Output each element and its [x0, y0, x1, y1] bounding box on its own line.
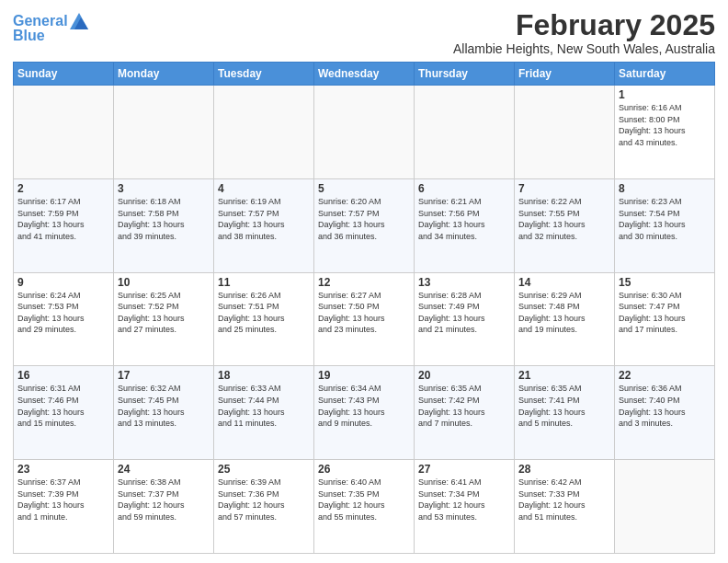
cell-4-2: 25Sunrise: 6:39 AM Sunset: 7:36 PM Dayli… [214, 460, 314, 554]
day-number: 8 [619, 182, 711, 195]
col-thursday: Thursday [415, 63, 515, 86]
page: General Blue February 2025 Allambie Heig… [0, 0, 728, 563]
day-number: 19 [318, 369, 410, 382]
day-info: Sunrise: 6:23 AM Sunset: 7:54 PM Dayligh… [619, 196, 711, 242]
day-number: 21 [518, 369, 610, 382]
logo-icon [70, 13, 88, 29]
day-number: 12 [318, 276, 410, 289]
location: Allambie Heights, New South Wales, Austr… [453, 41, 715, 56]
cell-1-1: 3Sunrise: 6:18 AM Sunset: 7:58 PM Daylig… [114, 178, 214, 272]
cell-0-3 [314, 86, 415, 179]
day-info: Sunrise: 6:31 AM Sunset: 7:46 PM Dayligh… [17, 383, 109, 429]
header: General Blue February 2025 Allambie Heig… [13, 9, 715, 56]
day-number: 2 [17, 182, 109, 195]
cell-3-0: 16Sunrise: 6:31 AM Sunset: 7:46 PM Dayli… [14, 366, 114, 460]
col-friday: Friday [515, 63, 615, 86]
cell-0-4 [415, 86, 515, 179]
cell-3-3: 19Sunrise: 6:34 AM Sunset: 7:43 PM Dayli… [314, 366, 415, 460]
cell-3-5: 21Sunrise: 6:35 AM Sunset: 7:41 PM Dayli… [515, 366, 615, 460]
cell-0-5 [515, 86, 615, 179]
col-saturday: Saturday [615, 63, 715, 86]
day-number: 14 [518, 276, 610, 289]
cell-1-0: 2Sunrise: 6:17 AM Sunset: 7:59 PM Daylig… [14, 178, 114, 272]
day-info: Sunrise: 6:24 AM Sunset: 7:53 PM Dayligh… [17, 290, 109, 336]
cell-2-5: 14Sunrise: 6:29 AM Sunset: 7:48 PM Dayli… [515, 272, 615, 366]
cell-2-0: 9Sunrise: 6:24 AM Sunset: 7:53 PM Daylig… [14, 272, 114, 366]
cell-3-4: 20Sunrise: 6:35 AM Sunset: 7:42 PM Dayli… [415, 366, 515, 460]
day-info: Sunrise: 6:26 AM Sunset: 7:51 PM Dayligh… [218, 290, 310, 336]
title-block: February 2025 Allambie Heights, New Sout… [453, 9, 715, 56]
header-row: Sunday Monday Tuesday Wednesday Thursday… [14, 63, 715, 86]
cell-1-5: 7Sunrise: 6:22 AM Sunset: 7:55 PM Daylig… [515, 178, 615, 272]
cell-4-3: 26Sunrise: 6:40 AM Sunset: 7:35 PM Dayli… [314, 460, 415, 554]
day-number: 15 [619, 276, 711, 289]
day-number: 16 [17, 369, 109, 382]
cell-2-4: 13Sunrise: 6:28 AM Sunset: 7:49 PM Dayli… [415, 272, 515, 366]
week-row-2: 9Sunrise: 6:24 AM Sunset: 7:53 PM Daylig… [14, 272, 715, 366]
day-number: 5 [318, 182, 410, 195]
cell-4-6 [615, 460, 715, 554]
cell-0-0 [14, 86, 114, 179]
day-number: 20 [418, 369, 510, 382]
day-number: 9 [17, 276, 109, 289]
logo-blue: Blue [13, 28, 88, 44]
cell-3-6: 22Sunrise: 6:36 AM Sunset: 7:40 PM Dayli… [615, 366, 715, 460]
day-number: 22 [619, 369, 711, 382]
week-row-3: 16Sunrise: 6:31 AM Sunset: 7:46 PM Dayli… [14, 366, 715, 460]
col-tuesday: Tuesday [214, 63, 314, 86]
day-info: Sunrise: 6:34 AM Sunset: 7:43 PM Dayligh… [318, 383, 410, 429]
col-monday: Monday [114, 63, 214, 86]
day-info: Sunrise: 6:16 AM Sunset: 8:00 PM Dayligh… [619, 102, 711, 148]
day-info: Sunrise: 6:35 AM Sunset: 7:42 PM Dayligh… [418, 383, 510, 429]
day-number: 7 [518, 182, 610, 195]
day-number: 13 [418, 276, 510, 289]
calendar: Sunday Monday Tuesday Wednesday Thursday… [13, 62, 715, 554]
day-number: 28 [518, 463, 610, 476]
day-info: Sunrise: 6:35 AM Sunset: 7:41 PM Dayligh… [518, 383, 610, 429]
day-info: Sunrise: 6:29 AM Sunset: 7:48 PM Dayligh… [518, 290, 610, 336]
day-info: Sunrise: 6:30 AM Sunset: 7:47 PM Dayligh… [619, 290, 711, 336]
day-info: Sunrise: 6:36 AM Sunset: 7:40 PM Dayligh… [619, 383, 711, 429]
day-number: 25 [218, 463, 310, 476]
day-number: 4 [218, 182, 310, 195]
day-info: Sunrise: 6:42 AM Sunset: 7:33 PM Dayligh… [518, 477, 610, 523]
cell-1-6: 8Sunrise: 6:23 AM Sunset: 7:54 PM Daylig… [615, 178, 715, 272]
day-info: Sunrise: 6:25 AM Sunset: 7:52 PM Dayligh… [118, 290, 210, 336]
day-number: 24 [118, 463, 210, 476]
cell-4-0: 23Sunrise: 6:37 AM Sunset: 7:39 PM Dayli… [14, 460, 114, 554]
day-number: 27 [418, 463, 510, 476]
week-row-4: 23Sunrise: 6:37 AM Sunset: 7:39 PM Dayli… [14, 460, 715, 554]
week-row-1: 2Sunrise: 6:17 AM Sunset: 7:59 PM Daylig… [14, 178, 715, 272]
day-info: Sunrise: 6:18 AM Sunset: 7:58 PM Dayligh… [118, 196, 210, 242]
cell-3-2: 18Sunrise: 6:33 AM Sunset: 7:44 PM Dayli… [214, 366, 314, 460]
day-info: Sunrise: 6:17 AM Sunset: 7:59 PM Dayligh… [17, 196, 109, 242]
day-info: Sunrise: 6:32 AM Sunset: 7:45 PM Dayligh… [118, 383, 210, 429]
day-number: 17 [118, 369, 210, 382]
col-wednesday: Wednesday [314, 63, 415, 86]
day-number: 26 [318, 463, 410, 476]
cell-4-1: 24Sunrise: 6:38 AM Sunset: 7:37 PM Dayli… [114, 460, 214, 554]
cell-2-2: 11Sunrise: 6:26 AM Sunset: 7:51 PM Dayli… [214, 272, 314, 366]
cell-0-6: 1Sunrise: 6:16 AM Sunset: 8:00 PM Daylig… [615, 86, 715, 179]
col-sunday: Sunday [14, 63, 114, 86]
cell-2-3: 12Sunrise: 6:27 AM Sunset: 7:50 PM Dayli… [314, 272, 415, 366]
calendar-table: Sunday Monday Tuesday Wednesday Thursday… [13, 62, 715, 554]
cell-0-1 [114, 86, 214, 179]
day-info: Sunrise: 6:19 AM Sunset: 7:57 PM Dayligh… [218, 196, 310, 242]
day-number: 1 [619, 88, 711, 101]
day-info: Sunrise: 6:20 AM Sunset: 7:57 PM Dayligh… [318, 196, 410, 242]
day-info: Sunrise: 6:22 AM Sunset: 7:55 PM Dayligh… [518, 196, 610, 242]
day-number: 18 [218, 369, 310, 382]
cell-1-3: 5Sunrise: 6:20 AM Sunset: 7:57 PM Daylig… [314, 178, 415, 272]
day-info: Sunrise: 6:39 AM Sunset: 7:36 PM Dayligh… [218, 477, 310, 523]
day-info: Sunrise: 6:33 AM Sunset: 7:44 PM Dayligh… [218, 383, 310, 429]
day-number: 10 [118, 276, 210, 289]
day-info: Sunrise: 6:28 AM Sunset: 7:49 PM Dayligh… [418, 290, 510, 336]
day-info: Sunrise: 6:40 AM Sunset: 7:35 PM Dayligh… [318, 477, 410, 523]
cell-0-2 [214, 86, 314, 179]
day-number: 3 [118, 182, 210, 195]
cell-1-2: 4Sunrise: 6:19 AM Sunset: 7:57 PM Daylig… [214, 178, 314, 272]
cell-2-1: 10Sunrise: 6:25 AM Sunset: 7:52 PM Dayli… [114, 272, 214, 366]
day-info: Sunrise: 6:21 AM Sunset: 7:56 PM Dayligh… [418, 196, 510, 242]
logo: General Blue [13, 13, 88, 44]
